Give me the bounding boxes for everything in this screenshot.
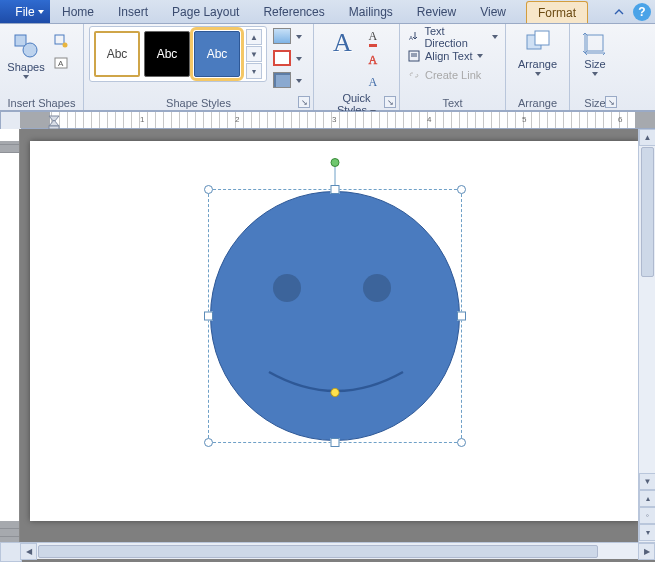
group-arrange: Arrange Arrange — [506, 24, 570, 110]
arrange-button[interactable]: Arrange — [511, 26, 564, 79]
edit-shape-button[interactable] — [51, 31, 71, 51]
chevron-down-icon — [592, 72, 598, 76]
text-outline-button[interactable]: A — [363, 50, 383, 70]
group-shape-styles: Abc Abc Abc ▲ ▼ ▾ — [84, 24, 314, 110]
shape-style-gallery[interactable]: Abc Abc Abc ▲ ▼ ▾ — [89, 26, 267, 82]
group-insert-shapes: Shapes A Insert Shapes — [0, 24, 84, 110]
browse-next-button[interactable]: ▾ — [639, 524, 655, 541]
resize-handle-e[interactable] — [457, 312, 466, 321]
svg-point-3 — [63, 43, 68, 48]
shape-effects-button[interactable] — [293, 70, 305, 90]
help-button[interactable]: ? — [633, 3, 651, 21]
vertical-scrollbar[interactable]: ▲ ▼ ▴ ◦ ▾ — [638, 129, 655, 542]
quick-styles-label-1: Quick — [342, 92, 370, 104]
ribbon: Shapes A Insert Shapes Abc Abc Abc ▲ — [0, 24, 655, 111]
arrange-icon — [523, 29, 553, 57]
rotation-handle[interactable] — [331, 158, 340, 167]
tab-review[interactable]: Review — [405, 0, 468, 23]
text-fill-button[interactable]: A — [363, 28, 383, 48]
text-direction-icon: A — [407, 31, 420, 43]
wordart-a-icon: A — [333, 31, 352, 55]
group-label-insert-shapes: Insert Shapes — [5, 97, 78, 110]
hscroll-thumb[interactable] — [38, 545, 598, 558]
svg-text:A: A — [409, 35, 413, 41]
svg-point-1 — [23, 43, 37, 57]
size-icon — [581, 29, 609, 57]
scroll-left-button[interactable]: ◀ — [20, 543, 37, 560]
shape-styles-launcher[interactable]: ↘ — [298, 96, 310, 108]
style-swatch-3[interactable]: Abc — [194, 31, 240, 77]
text-direction-button[interactable]: A Text Direction — [405, 28, 500, 45]
shapes-gallery-button[interactable]: Shapes — [5, 29, 47, 82]
scroll-up-button[interactable]: ▲ — [639, 129, 655, 146]
create-link-button: Create Link — [405, 66, 483, 83]
resize-handle-w[interactable] — [204, 312, 213, 321]
shape-fill-icon — [273, 28, 291, 44]
scroll-down-button[interactable]: ▼ — [639, 473, 655, 490]
selection-bounding-box[interactable] — [208, 189, 462, 443]
resize-handle-s[interactable] — [331, 438, 340, 447]
tab-page-layout[interactable]: Page Layout — [160, 0, 251, 23]
vertical-ruler[interactable] — [0, 129, 20, 542]
tab-insert[interactable]: Insert — [106, 0, 160, 23]
size-button[interactable]: Size — [575, 26, 615, 79]
tab-format[interactable]: Format — [526, 1, 588, 23]
shape-effects-icon — [273, 72, 291, 88]
style-swatch-2[interactable]: Abc — [144, 31, 190, 77]
shape-outline-icon — [273, 50, 291, 66]
align-text-button[interactable]: Align Text — [405, 47, 485, 64]
tab-mailings[interactable]: Mailings — [337, 0, 405, 23]
gallery-up-button[interactable]: ▲ — [246, 29, 262, 45]
svg-rect-12 — [587, 35, 603, 51]
shapes-icon — [12, 32, 40, 60]
svg-marker-16 — [49, 120, 59, 126]
svg-rect-2 — [55, 35, 64, 44]
tab-view[interactable]: View — [468, 0, 518, 23]
resize-handle-ne[interactable] — [457, 185, 466, 194]
resize-handle-sw[interactable] — [204, 438, 213, 447]
group-label-shape-styles: Shape Styles — [89, 97, 308, 110]
shapes-label: Shapes — [7, 61, 44, 73]
horizontal-scrollbar[interactable]: ◀ ▶ — [20, 542, 655, 559]
page-canvas[interactable] — [30, 141, 639, 521]
align-text-icon — [407, 50, 421, 62]
group-text: A Text Direction Align Text Create Link … — [400, 24, 506, 110]
chevron-down-icon — [535, 72, 541, 76]
gallery-down-button[interactable]: ▼ — [246, 46, 262, 62]
shape-outline-button[interactable] — [293, 48, 305, 68]
tab-strip: File Home Insert Page Layout References … — [0, 0, 655, 24]
group-size: Size Size ↘ — [570, 24, 620, 110]
text-box-icon: A — [54, 56, 68, 70]
group-wordart-styles: A A A A Quick Styles WordArt Styles ↘ — [314, 24, 400, 110]
tab-home[interactable]: Home — [50, 0, 106, 23]
gallery-more-button[interactable]: ▾ — [246, 63, 262, 79]
wordart-quick-styles-button[interactable]: A — [330, 28, 355, 92]
svg-text:A: A — [58, 59, 64, 68]
document-area: ▲ ▼ ▴ ◦ ▾ — [0, 129, 655, 542]
scroll-right-button[interactable]: ▶ — [638, 543, 655, 560]
text-effects-button[interactable]: A — [363, 72, 383, 92]
file-tab[interactable]: File — [0, 0, 50, 23]
link-icon — [407, 69, 421, 81]
group-label-text: Text — [405, 97, 500, 110]
tab-references[interactable]: References — [251, 0, 336, 23]
svg-rect-11 — [535, 31, 549, 45]
group-label-arrange: Arrange — [511, 97, 564, 110]
text-box-button[interactable]: A — [51, 53, 71, 73]
svg-rect-0 — [15, 35, 26, 46]
select-browse-object-button[interactable]: ◦ — [639, 507, 655, 524]
style-swatch-1[interactable]: Abc — [94, 31, 140, 77]
wordart-launcher[interactable]: ↘ — [384, 96, 396, 108]
resize-handle-se[interactable] — [457, 438, 466, 447]
shape-fill-button[interactable] — [293, 26, 305, 46]
resize-handle-n[interactable] — [331, 185, 340, 194]
resize-handle-nw[interactable] — [204, 185, 213, 194]
size-launcher[interactable]: ↘ — [605, 96, 617, 108]
chevron-down-icon — [23, 75, 29, 79]
adjustment-handle[interactable] — [329, 386, 342, 399]
vscroll-thumb[interactable] — [641, 147, 654, 277]
minimize-ribbon-button[interactable] — [610, 3, 628, 21]
horizontal-ruler[interactable]: 1 2 3 4 5 6 — [20, 111, 655, 129]
edit-shape-icon — [54, 34, 68, 48]
browse-prev-button[interactable]: ▴ — [639, 490, 655, 507]
